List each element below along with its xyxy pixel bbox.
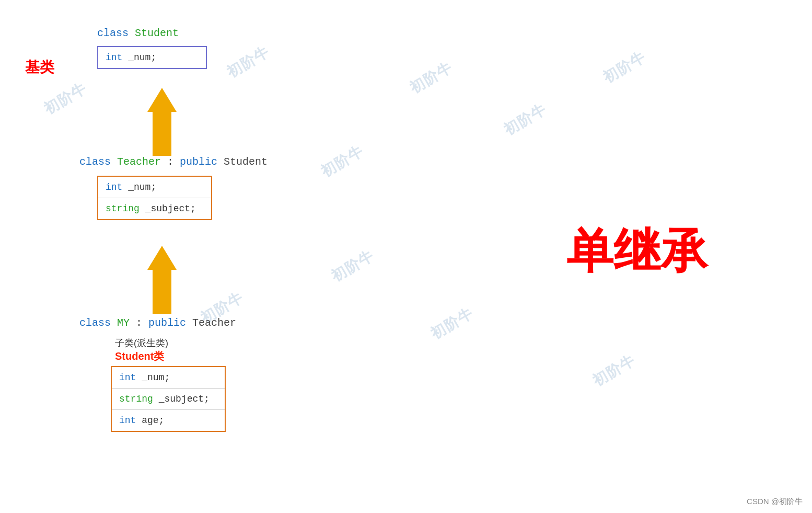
string-val-m1: _subject;: [159, 394, 210, 404]
my-row-age: int age;: [112, 410, 225, 431]
class-kw-student: class: [97, 27, 135, 39]
class-my-label: class MY : public Teacher: [79, 317, 236, 329]
watermark-2: 初阶牛: [223, 42, 274, 83]
watermark-4: 初阶牛: [406, 58, 457, 98]
base-class-label: 基类: [25, 58, 54, 77]
string-kw-m1: string: [119, 394, 153, 404]
watermark-5: 初阶牛: [500, 99, 551, 140]
int-kw-m2: int: [119, 415, 136, 426]
csdn-watermark: CSDN @初阶牛: [747, 497, 803, 507]
student-row-num: int _num;: [98, 47, 206, 68]
int-val-m1: _num;: [142, 372, 170, 383]
teacher-row-num: int _num;: [98, 177, 211, 198]
watermark-1: 初阶牛: [40, 78, 91, 119]
watermark-8: 初阶牛: [427, 303, 478, 344]
sub-class-label-line1: 子类(派生类): [115, 337, 168, 349]
parent-name-teacher: Student: [224, 156, 268, 168]
class-kw-teacher: class: [79, 156, 117, 168]
watermark-9: 初阶牛: [589, 350, 640, 391]
arrow-2-shaft: [153, 270, 171, 314]
watermark-6: 初阶牛: [599, 47, 650, 88]
string-kw-t1: string: [106, 203, 140, 214]
parent-name-my: Teacher: [192, 317, 236, 329]
class-kw-my: class: [79, 317, 117, 329]
int-val-1: _num;: [128, 52, 156, 63]
student-box: int _num;: [97, 46, 207, 69]
watermark-7: 初阶牛: [328, 246, 378, 287]
class-teacher-label: class Teacher : public Student: [79, 156, 268, 168]
teacher-box: int _num; string _subject;: [97, 176, 212, 220]
arrow-2: [147, 246, 177, 314]
arrow-2-head: [147, 246, 177, 270]
class-student-label: class Student: [97, 27, 179, 39]
class-name-my: MY: [117, 317, 130, 329]
string-val-t1: _subject;: [145, 203, 196, 214]
arrow-1-shaft: [153, 112, 171, 156]
int-kw-m1: int: [119, 372, 136, 383]
my-box: int _num; string _subject; int age;: [111, 366, 226, 432]
public-kw-teacher: public: [180, 156, 224, 168]
colon-my: :: [136, 317, 148, 329]
watermark-3: 初阶牛: [317, 141, 368, 182]
class-name-student: Student: [135, 27, 179, 39]
colon-public-teacher: :: [167, 156, 173, 168]
dan-ji-cheng-label: 单继承: [566, 220, 707, 283]
int-val-t1: _num;: [128, 182, 156, 192]
teacher-row-subject: string _subject;: [98, 198, 211, 219]
class-name-teacher: Teacher: [117, 156, 161, 168]
int-kw-1: int: [106, 52, 122, 63]
sub-class-label-line2: Student类: [115, 349, 164, 363]
arrow-1-head: [147, 88, 177, 112]
int-kw-t1: int: [106, 182, 122, 192]
int-val-m2: age;: [142, 415, 164, 426]
arrow-1: [147, 88, 177, 156]
public-kw-my: public: [148, 317, 192, 329]
my-row-subject: string _subject;: [112, 389, 225, 410]
my-row-num: int _num;: [112, 367, 225, 389]
